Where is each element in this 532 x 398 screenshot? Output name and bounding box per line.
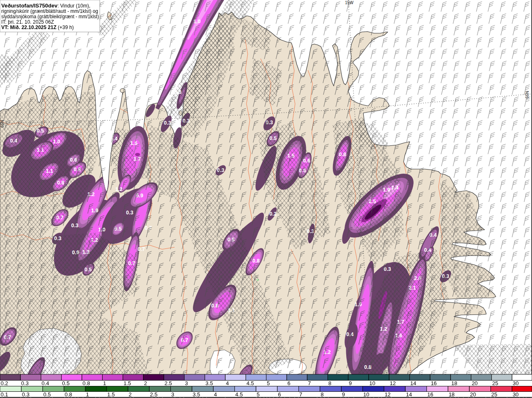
svg-text:2: 2 [144,380,147,386]
svg-text:1.0: 1.0 [355,302,362,307]
svg-text:8: 8 [320,391,323,398]
svg-text:0.6: 0.6 [303,158,310,164]
svg-text:0.3: 0.3 [21,380,29,386]
svg-text:0.9: 0.9 [136,193,143,199]
svg-text:0.8: 0.8 [211,303,218,309]
svg-text:3.5: 3.5 [193,391,200,398]
svg-text:0.5: 0.5 [43,391,51,398]
svg-text:1: 1 [103,380,106,386]
svg-text:0.8: 0.8 [364,364,371,370]
svg-text:1.1: 1.1 [37,147,44,153]
svg-text:0.6: 0.6 [70,157,77,163]
svg-text:6: 6 [287,380,290,386]
svg-text:slydda/snjókoma (grátt/bleikt/: slydda/snjókoma (grátt/bleikt/grænt - mm… [1,14,99,20]
svg-text:1.2: 1.2 [91,237,98,243]
svg-text:3: 3 [185,380,188,386]
svg-text:1.9: 1.9 [383,187,390,193]
svg-text:2.5: 2.5 [165,380,172,386]
svg-text:4: 4 [214,391,217,398]
svg-text:1.2: 1.2 [115,187,122,192]
svg-text:4: 4 [226,380,229,386]
svg-text:18: 18 [448,391,454,398]
svg-text:Veðurstofan/IS750dev: Vindur (: Veðurstofan/IS750dev: Vindur (10m), [1,2,90,9]
svg-text:10: 10 [363,391,369,398]
svg-text:20: 20 [470,391,476,398]
svg-text:0.5: 0.5 [114,226,121,232]
svg-text:0.3: 0.3 [174,89,181,95]
svg-text:0.5: 0.5 [62,380,69,386]
svg-text:0.3: 0.3 [126,210,133,216]
svg-text:0.3: 0.3 [384,266,391,272]
svg-text:1.4: 1.4 [391,185,398,191]
svg-text:3.5: 3.5 [205,380,213,386]
svg-text:IT: þri. 21. 10. 2025 06Z: IT: þri. 21. 10. 2025 06Z [1,19,54,25]
svg-text:1: 1 [86,391,89,398]
svg-text:0.4: 0.4 [42,380,49,386]
svg-text:6: 6 [278,391,281,398]
svg-text:5: 5 [257,391,260,398]
svg-text:2.5: 2.5 [150,391,158,398]
svg-text:30: 30 [513,380,519,386]
svg-text:7: 7 [299,391,302,398]
svg-text:0.3: 0.3 [54,236,61,241]
svg-text:0.8: 0.8 [74,167,81,172]
svg-text:20: 20 [472,380,478,386]
svg-text:1.1: 1.1 [46,168,53,174]
svg-text:1.9: 1.9 [91,208,98,214]
svg-text:25: 25 [492,380,498,386]
svg-text:0.8: 0.8 [252,258,259,264]
svg-text:0.3: 0.3 [442,273,449,279]
svg-text:0.8: 0.8 [65,391,72,398]
svg-text:1.7: 1.7 [397,319,404,325]
svg-text:0.9: 0.9 [72,250,79,256]
svg-text:2.1: 2.1 [409,285,416,291]
svg-text:0.3: 0.3 [22,391,30,398]
svg-text:0.5: 0.5 [269,135,276,141]
svg-text:25: 25 [491,391,497,398]
svg-text:0.1: 0.1 [1,391,8,398]
svg-text:4.5: 4.5 [246,380,254,386]
svg-text:0.2: 0.2 [1,380,8,386]
svg-text:30: 30 [512,391,518,398]
svg-text:1.5: 1.5 [123,380,131,386]
svg-text:0.3: 0.3 [164,120,171,126]
svg-text:0.8: 0.8 [83,380,90,386]
svg-text:0.4: 0.4 [424,247,431,253]
svg-text:10: 10 [369,380,375,386]
svg-text:1.5: 1.5 [287,153,294,159]
svg-text:12: 12 [390,380,396,386]
svg-text:2: 2 [129,391,132,398]
svg-text:0.4: 0.4 [10,138,17,144]
svg-text:0.7: 0.7 [128,260,135,266]
svg-text:14: 14 [410,380,416,386]
svg-text:rigning/skúrir (grænt/blátt/ra: rigning/skúrir (grænt/blátt/rautt - mm/1… [1,8,98,14]
svg-text:1.5: 1.5 [107,391,115,398]
svg-text:7: 7 [308,380,311,386]
svg-text:8: 8 [328,380,331,386]
svg-text:0.8: 0.8 [57,180,64,186]
svg-text:9: 9 [342,391,345,398]
svg-text:1.0: 1.0 [193,19,200,25]
svg-text:0.2: 0.2 [269,211,276,217]
svg-text:0.4: 0.4 [429,232,436,238]
svg-text:16: 16 [427,391,433,398]
svg-text:0.7: 0.7 [56,215,63,221]
svg-text:9: 9 [349,380,352,386]
svg-text:14: 14 [406,391,412,398]
svg-text:VT: Mið. 22.10.2025 21Z (+39 h: VT: Mið. 22.10.2025 21Z (+39 h) [1,25,74,30]
svg-text:0.4: 0.4 [110,136,117,142]
svg-text:3: 3 [171,391,174,398]
svg-text:2.5: 2.5 [369,199,376,204]
svg-text:1.0: 1.0 [53,139,60,145]
svg-text:12: 12 [384,391,390,398]
svg-text:0.7: 0.7 [138,246,145,252]
svg-text:16: 16 [431,380,436,386]
svg-text:18: 18 [451,380,457,386]
svg-text:4.5: 4.5 [235,391,243,398]
svg-text:5: 5 [267,380,270,386]
